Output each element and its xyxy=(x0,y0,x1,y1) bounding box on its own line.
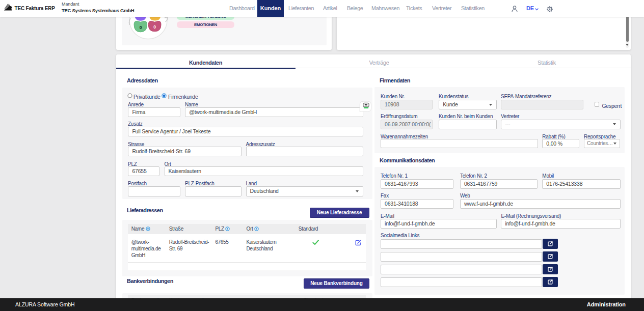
svg-text:0: 0 xyxy=(153,24,156,30)
svg-text:0: 0 xyxy=(140,25,142,30)
